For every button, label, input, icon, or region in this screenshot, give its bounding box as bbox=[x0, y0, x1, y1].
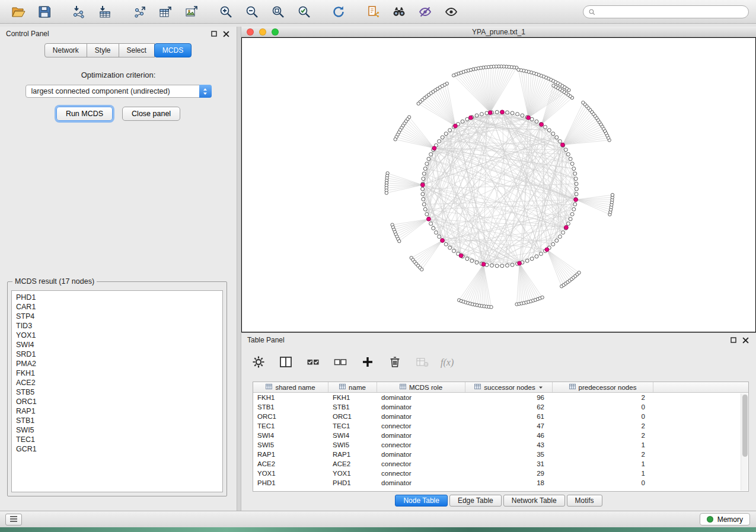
table-scrollbar bbox=[741, 393, 748, 491]
select-all-rows-button[interactable] bbox=[304, 354, 322, 371]
table-row[interactable]: TEC1TEC1connector472 bbox=[253, 421, 748, 431]
export-network-button[interactable] bbox=[128, 3, 151, 21]
mcds-result-group: MCDS result (17 nodes) PHD1CAR1STP4TID3Y… bbox=[7, 277, 227, 496]
import-network-button[interactable] bbox=[68, 3, 90, 21]
zoom-in-button[interactable] bbox=[215, 3, 237, 21]
mcds-result-item[interactable]: CAR1 bbox=[12, 302, 222, 312]
table-row[interactable]: ACE2ACE2connector311 bbox=[253, 459, 748, 469]
tab-network-table[interactable]: Network Table bbox=[503, 495, 565, 507]
search-input[interactable] bbox=[583, 5, 749, 18]
tab-mcds[interactable]: MCDS bbox=[154, 43, 192, 57]
table-panel-close-button[interactable] bbox=[741, 335, 750, 345]
table-row[interactable]: SWI4SWI4dominator462 bbox=[253, 431, 748, 440]
toolbar-group bbox=[327, 3, 350, 21]
mcds-result-item[interactable]: STB1 bbox=[12, 416, 222, 425]
show-annotations-button[interactable] bbox=[440, 3, 462, 21]
table-settings-icon bbox=[251, 355, 266, 371]
first-neighbors-button[interactable] bbox=[388, 3, 410, 21]
mcds-result-item[interactable]: SWI4 bbox=[12, 340, 222, 350]
mcds-tab-content: Optimization criterion: largest connecte… bbox=[5, 61, 232, 511]
zoom-out-button[interactable] bbox=[241, 3, 263, 21]
export-image-button[interactable] bbox=[180, 3, 203, 21]
window-zoom-button[interactable] bbox=[272, 28, 279, 36]
mcds-result-item[interactable]: PHD1 bbox=[12, 293, 222, 302]
window-close-button[interactable] bbox=[247, 28, 254, 36]
add-column-button[interactable] bbox=[359, 354, 377, 371]
run-mcds-button[interactable]: Run MCDS bbox=[56, 107, 113, 121]
mcds-result-item[interactable]: SWI5 bbox=[12, 425, 222, 435]
table-row[interactable]: SWI5SWI5connector431 bbox=[253, 440, 748, 450]
tab-style[interactable]: Style bbox=[87, 43, 119, 57]
mcds-result-item[interactable]: ORC1 bbox=[12, 397, 222, 406]
tab-select[interactable]: Select bbox=[119, 43, 155, 57]
search-icon bbox=[588, 8, 596, 16]
unselect-all-rows-button[interactable] bbox=[331, 354, 349, 371]
hide-annotations-button[interactable] bbox=[414, 3, 436, 21]
mcds-result-item[interactable]: RAP1 bbox=[12, 406, 222, 416]
zoom-out-icon bbox=[245, 5, 259, 19]
zoom-selected-button[interactable] bbox=[293, 3, 315, 21]
mcds-result-item[interactable]: STP4 bbox=[12, 312, 222, 321]
close-panel-button[interactable]: Close panel bbox=[122, 107, 180, 121]
mcds-result-item[interactable]: GCR1 bbox=[12, 444, 222, 454]
import-table-button[interactable] bbox=[94, 3, 116, 21]
cell-successor-nodes: 31 bbox=[465, 459, 553, 469]
hide-panels-button[interactable] bbox=[5, 514, 22, 525]
mcds-result-list[interactable]: PHD1CAR1STP4TID3YOX1SWI4SRD1PMA2FKH1ACE2… bbox=[11, 290, 223, 492]
column-header-name[interactable]: name bbox=[328, 382, 377, 392]
mcds-result-item[interactable]: SRD1 bbox=[12, 350, 222, 359]
mcds-result-item[interactable]: ACE2 bbox=[12, 378, 222, 387]
zoom-fit-button[interactable] bbox=[267, 3, 289, 21]
column-header-MCDS-role[interactable]: MCDS role bbox=[377, 382, 465, 392]
duplicate-network-icon bbox=[366, 5, 380, 19]
mcds-result-item[interactable]: TEC1 bbox=[12, 435, 222, 444]
node-table-header: shared namenameMCDS rolesuccessor nodesp… bbox=[253, 382, 748, 393]
network-graph[interactable] bbox=[242, 38, 755, 332]
cell-successor-nodes: 35 bbox=[465, 450, 553, 459]
save-button[interactable] bbox=[33, 3, 56, 21]
cell-shared-name: PHD1 bbox=[253, 478, 328, 488]
mcds-result-item[interactable]: YOX1 bbox=[12, 331, 222, 340]
panel-splitter[interactable] bbox=[237, 27, 241, 511]
cell-successor-nodes: 61 bbox=[465, 412, 553, 421]
refresh-button[interactable] bbox=[327, 3, 350, 21]
control-panel-close-button[interactable] bbox=[221, 29, 231, 39]
table-row[interactable]: STB1STB1dominator620 bbox=[253, 402, 748, 412]
open-folder-button[interactable] bbox=[7, 3, 30, 21]
tab-node-table[interactable]: Node Table bbox=[395, 495, 448, 507]
refresh-icon bbox=[331, 5, 346, 19]
column-header-shared-name[interactable]: shared name bbox=[253, 382, 328, 392]
delete-column-button[interactable] bbox=[386, 354, 404, 371]
column-header-successor-nodes[interactable]: successor nodes bbox=[465, 382, 553, 392]
control-panel-float-button[interactable] bbox=[209, 29, 219, 39]
cell-successor-nodes: 18 bbox=[465, 478, 553, 488]
window-minimize-button[interactable] bbox=[259, 28, 266, 36]
table-row[interactable]: PHD1PHD1dominator180 bbox=[253, 478, 748, 488]
table-settings-button[interactable] bbox=[250, 354, 267, 371]
duplicate-network-button[interactable] bbox=[362, 3, 384, 21]
tab-motifs[interactable]: Motifs bbox=[567, 495, 602, 507]
cell-shared-name: YOX1 bbox=[253, 469, 328, 478]
network-window-titlebar: YPA_prune.txt_1 bbox=[241, 27, 756, 37]
export-table-button[interactable] bbox=[154, 3, 177, 21]
mcds-result-item[interactable]: TID3 bbox=[12, 321, 222, 331]
mcds-result-item[interactable]: FKH1 bbox=[12, 368, 222, 378]
network-canvas[interactable] bbox=[241, 37, 756, 332]
cell-name: SWI5 bbox=[328, 440, 377, 450]
tab-network[interactable]: Network bbox=[44, 43, 87, 57]
table-row[interactable]: ORC1ORC1dominator610 bbox=[253, 412, 748, 421]
optimization-criterion-select[interactable]: largest connected component (undirected) bbox=[25, 85, 212, 98]
table-row[interactable]: RAP1RAP1dominator352 bbox=[253, 450, 748, 459]
tab-edge-table[interactable]: Edge Table bbox=[449, 495, 502, 507]
cell-name: RAP1 bbox=[328, 450, 377, 459]
table-scrollbar-thumb[interactable] bbox=[742, 395, 748, 457]
table-row[interactable]: FKH1FKH1dominator962 bbox=[253, 393, 748, 402]
mcds-result-item[interactable]: PMA2 bbox=[12, 359, 222, 368]
memory-button[interactable]: Memory bbox=[700, 513, 750, 525]
mcds-result-item[interactable]: STB5 bbox=[12, 387, 222, 397]
add-column-icon bbox=[361, 355, 375, 371]
show-columns-button[interactable] bbox=[277, 354, 295, 371]
table-panel-float-button[interactable] bbox=[729, 335, 738, 345]
table-row[interactable]: YOX1YOX1connector291 bbox=[253, 469, 748, 478]
column-header-predecessor-nodes[interactable]: predecessor nodes bbox=[553, 382, 653, 392]
